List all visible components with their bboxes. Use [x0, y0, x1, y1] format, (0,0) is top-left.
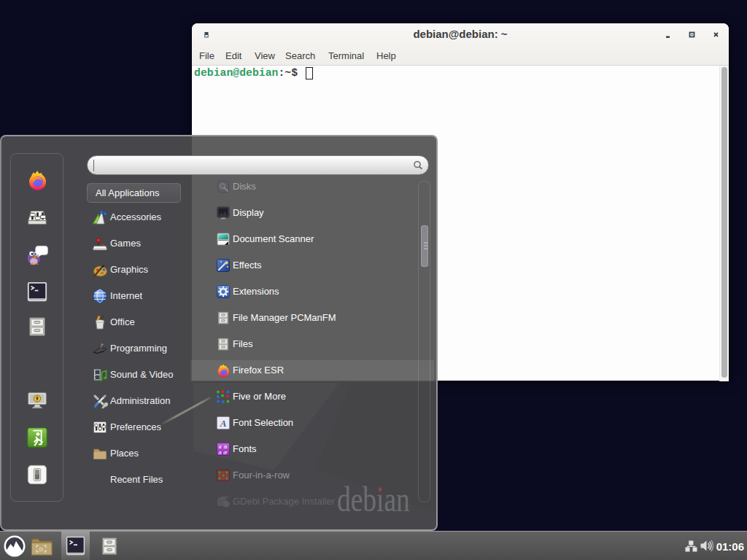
- svg-text:æ: æ: [223, 449, 228, 456]
- svg-text:A: A: [220, 418, 227, 429]
- svg-text:a: a: [218, 449, 222, 456]
- svg-text:D: D: [39, 546, 44, 553]
